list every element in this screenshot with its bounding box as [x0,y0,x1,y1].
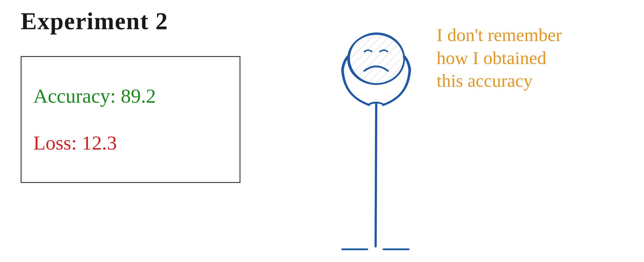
stick-figure-icon [316,27,434,257]
accuracy-metric: Accuracy: 89.2 [33,84,228,108]
speech-line-3: this accuracy [437,69,628,92]
speech-text: I don't remember how I obtained this acc… [437,24,628,92]
experiment-title: Experiment 2 [21,7,168,35]
loss-label: Loss: [33,132,77,154]
results-box: Accuracy: 89.2 Loss: 12.3 [21,56,240,183]
loss-metric: Loss: 12.3 [33,131,228,155]
loss-value: 12.3 [82,132,117,154]
speech-line-2: how I obtained [437,47,628,70]
accuracy-value: 89.2 [121,85,156,107]
svg-line-5 [376,104,377,246]
accuracy-label: Accuracy: [33,85,116,107]
speech-line-1: I don't remember [437,24,628,47]
